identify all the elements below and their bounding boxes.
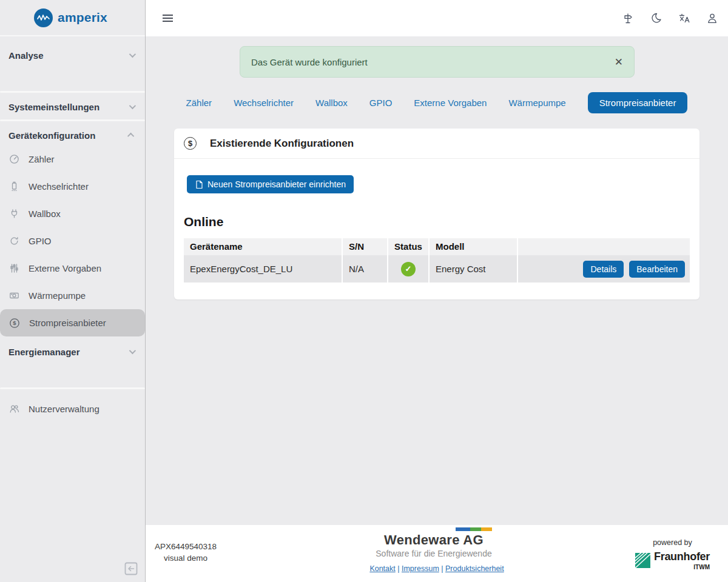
link-kontakt[interactable]: Kontakt: [369, 564, 395, 573]
gauge-icon: [9, 154, 19, 164]
devices-table: Gerätename S/N Status Modell EpexEnergyC…: [184, 238, 690, 283]
collapse-arrow-icon: [124, 562, 138, 575]
amperix-logo-icon: [34, 8, 53, 27]
col-modell: Modell: [428, 238, 517, 255]
chevron-down-icon: [129, 102, 136, 109]
link-impressum[interactable]: Impressum: [402, 564, 439, 573]
topbar: [146, 0, 728, 36]
document-icon: [195, 180, 203, 189]
tab-wechselrichter[interactable]: Wechselrichter: [234, 98, 294, 108]
sidebar-section-systemeinstellungen[interactable]: Systemeinstellungen: [0, 96, 145, 117]
translate-icon[interactable]: [678, 12, 690, 24]
footer: APX6449540318 visual demo Wendeware AG S…: [146, 525, 728, 582]
create-provider-button[interactable]: Neuen Strompreisanbieter einrichten: [187, 175, 354, 193]
heatpump-icon: [9, 290, 19, 301]
company-name: Wendeware AG: [376, 532, 491, 548]
fraunhofer-unit: ITWM: [654, 564, 710, 570]
chevron-down-icon: [129, 51, 136, 58]
sidebar-item-waermepumpe[interactable]: Wärmepumpe: [0, 282, 145, 309]
sidebar-item-nutzerverwaltung[interactable]: Nutzerverwaltung: [0, 395, 145, 423]
col-geraetename: Gerätename: [184, 238, 342, 255]
powered-by-label: powered by: [635, 538, 710, 547]
company-tagline: Software für die Energiewende: [376, 549, 491, 558]
card-header: $ Existierende Konfigurationen: [174, 129, 699, 159]
main-content: Das Gerät wurde konfiguriert ✕ Zähler We…: [146, 36, 728, 525]
cell-status: ✓: [387, 255, 428, 283]
wendeware-color-bar: [456, 527, 492, 531]
edit-button[interactable]: Bearbeiten: [629, 261, 685, 278]
status-online-icon: ✓: [401, 262, 416, 276]
price-circle-icon: $: [184, 137, 197, 150]
cycle-icon: [9, 236, 19, 246]
online-group-title: Online: [184, 215, 223, 229]
sidebar-item-wallbox[interactable]: Wallbox: [0, 200, 145, 227]
alert-message: Das Gerät wurde konfiguriert: [251, 57, 368, 67]
sidebar-item-strompreisanbieter[interactable]: $ Strompreisanbieter: [0, 309, 145, 336]
cell-actions: Details Bearbeiten: [517, 255, 690, 283]
signpost-icon[interactable]: [622, 12, 634, 24]
sliders-icon: [9, 263, 19, 273]
col-status: Status: [387, 238, 428, 255]
user-icon[interactable]: [706, 12, 718, 24]
fraunhofer-name: Fraunhofer: [654, 550, 710, 563]
table-header-row: Gerätename S/N Status Modell: [184, 238, 690, 255]
app-logo[interactable]: amperix: [0, 0, 145, 36]
svg-text:$: $: [13, 319, 16, 326]
sidebar-item-gpio[interactable]: GPIO: [0, 227, 145, 255]
sidebar-item-externe-vorgaben[interactable]: Externe Vorgaben: [0, 255, 145, 282]
link-produktsicherheit[interactable]: Produktsicherheit: [445, 564, 504, 573]
menu-icon[interactable]: [163, 13, 173, 24]
col-sn: S/N: [342, 238, 387, 255]
price-circle-icon: $: [9, 318, 20, 329]
cell-modell: Energy Cost: [428, 255, 517, 283]
sidebar-collapse-button[interactable]: [124, 562, 138, 575]
success-alert: Das Gerät wurde konfiguriert ✕: [240, 46, 635, 78]
close-icon[interactable]: ✕: [615, 56, 623, 69]
sidebar-divider: [0, 119, 145, 121]
tab-wallbox[interactable]: Wallbox: [315, 98, 348, 108]
plug-icon: [9, 209, 19, 219]
chevron-up-icon: [127, 133, 134, 139]
sidebar-section-geraetekonfiguration[interactable]: Gerätekonfiguration: [0, 125, 145, 146]
tab-waermepumpe[interactable]: Wärmepumpe: [508, 98, 565, 108]
cell-sn: N/A: [342, 255, 387, 283]
sidebar-divider: [0, 91, 145, 93]
fraunhofer-logo-icon: [635, 553, 650, 568]
configurations-card: $ Existierende Konfigurationen Neuen Str…: [174, 129, 699, 299]
sidebar-section-energiemanager[interactable]: Energiemanager: [0, 341, 145, 362]
cell-geraetename: EpexEnergyCost_DE_LU: [184, 255, 342, 283]
powered-by-block: powered by Fraunhofer ITWM: [635, 538, 710, 570]
users-icon: [9, 404, 19, 414]
sidebar-item-wechselrichter[interactable]: Wechselrichter: [0, 173, 145, 200]
details-button[interactable]: Details: [583, 261, 624, 278]
chevron-down-icon: [129, 347, 136, 354]
tab-gpio[interactable]: GPIO: [369, 98, 393, 108]
sidebar-item-zaehler[interactable]: Zähler: [0, 146, 145, 173]
brand-name: amperix: [58, 10, 107, 25]
col-actions: [517, 238, 690, 255]
sidebar-divider: [0, 387, 145, 389]
table-row: EpexEnergyCost_DE_LU N/A ✓ Energy Cost D…: [184, 255, 690, 283]
tab-strompreisanbieter[interactable]: Strompreisanbieter: [588, 92, 688, 113]
tab-bar: Zähler Wechselrichter Wallbox GPIO Exter…: [146, 91, 728, 114]
tab-externe-vorgaben[interactable]: Externe Vorgaben: [414, 98, 487, 108]
sidebar: amperix Analyse Systemeinstellungen Gerä…: [0, 0, 146, 582]
moon-icon[interactable]: [650, 12, 662, 24]
tab-zaehler[interactable]: Zähler: [186, 98, 212, 108]
sidebar-section-analyse[interactable]: Analyse: [0, 45, 145, 65]
battery-icon: [9, 181, 19, 192]
card-title: Existierende Konfigurationen: [210, 138, 354, 150]
